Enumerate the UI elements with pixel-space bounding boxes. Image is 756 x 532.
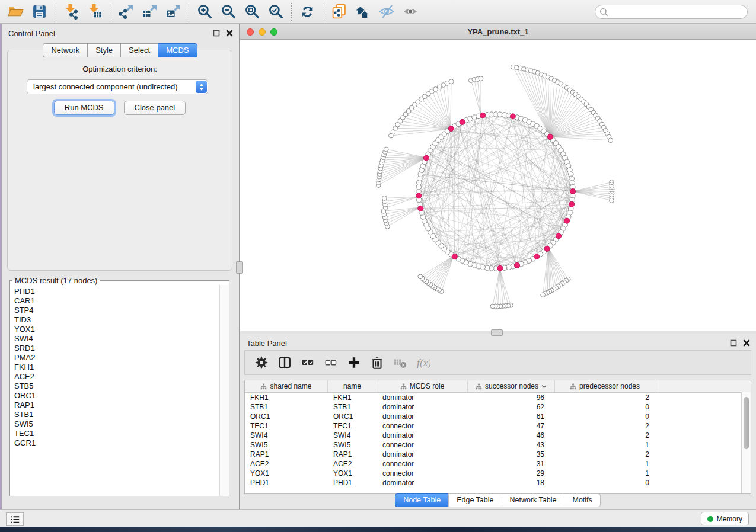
import-network-button[interactable] [59, 2, 82, 22]
copy-networks-icon [331, 4, 347, 20]
zoom-in-button[interactable] [193, 2, 216, 22]
table-row[interactable]: SWI5SWI5connector431 [245, 440, 751, 450]
zoom-selected-button[interactable] [264, 2, 288, 22]
mcds-result-item[interactable]: PHD1 [14, 287, 220, 296]
zoom-out-button[interactable] [216, 2, 240, 22]
table-row[interactable]: YOX1YOX1connector291 [245, 469, 751, 478]
tab-motifs[interactable]: Motifs [564, 493, 600, 507]
export-table-button[interactable] [138, 2, 161, 22]
close-panel-icon[interactable] [226, 30, 233, 37]
tab-node-table[interactable]: Node Table [395, 493, 449, 507]
memory-button[interactable]: Memory [701, 512, 749, 525]
cell-MCDS-role: connector [377, 441, 468, 449]
table-row[interactable]: ORC1ORC1dominator610 [245, 412, 751, 421]
column-header-MCDS-role[interactable]: MCDS role [377, 380, 468, 392]
table-scrollbar[interactable] [741, 392, 751, 493]
delete-table-button [393, 355, 407, 370]
copy-networks-button[interactable] [327, 2, 350, 22]
table-row[interactable]: TEC1TEC1connector472 [245, 421, 751, 431]
run-mcds-button[interactable]: Run MCDS [54, 101, 114, 115]
mcds-result-item[interactable]: CAR1 [14, 296, 220, 306]
column-header-shared-name[interactable]: shared name [245, 380, 328, 392]
close-panel-button[interactable]: Close panel [124, 101, 186, 115]
mcds-result-item[interactable]: STB5 [14, 382, 220, 391]
vertical-splitter-handle[interactable] [236, 261, 243, 274]
refresh-button[interactable] [295, 2, 319, 22]
open-file-button[interactable] [4, 2, 27, 22]
column-header-successor-nodes[interactable]: successor nodes [468, 380, 555, 392]
save-session-button[interactable] [27, 2, 51, 22]
mcds-result-list[interactable]: PHD1CAR1STP4TID3YOX1SWI4SRD1PMA2FKH1ACE2… [10, 285, 220, 496]
show-columns-icon [277, 355, 292, 370]
table-body: FKH1FKH1dominator962STB1STB1dominator620… [245, 393, 751, 488]
mcds-result-item[interactable]: TEC1 [14, 429, 220, 438]
mcds-result-item[interactable]: ACE2 [14, 372, 220, 382]
table-row[interactable]: STB1STB1dominator620 [245, 402, 751, 412]
table-row[interactable]: ACE2ACE2connector311 [245, 459, 751, 469]
tab-network-table[interactable]: Network Table [502, 493, 565, 507]
cell-name: TEC1 [328, 422, 377, 430]
import-network-icon [63, 4, 79, 20]
tab-mcds[interactable]: MCDS [158, 43, 197, 57]
tab-select[interactable]: Select [120, 43, 158, 57]
mcds-result-item[interactable]: STP4 [14, 306, 220, 315]
settings-gear-button[interactable] [254, 355, 269, 370]
delete-column-button[interactable] [370, 355, 384, 370]
deselect-all-button[interactable] [324, 355, 338, 370]
hide-selected-button[interactable] [374, 2, 398, 22]
mcds-result-item[interactable]: GCR1 [14, 438, 220, 448]
network-window-titlebar: YPA_prune.txt_1 [240, 24, 756, 40]
first-neighbors-button[interactable] [350, 2, 374, 22]
mcds-result-item[interactable]: TID3 [14, 315, 220, 325]
tab-style[interactable]: Style [87, 43, 121, 57]
cell-shared-name: FKH1 [245, 393, 328, 402]
mcds-result-item[interactable]: SWI5 [14, 419, 220, 429]
import-table-button[interactable] [82, 2, 106, 22]
zoom-selected-icon [268, 4, 284, 20]
table-toolbar: f(x) [244, 350, 751, 375]
mcds-result-box: MCDS result (17 nodes) PHD1CAR1STP4TID3Y… [9, 276, 229, 496]
show-all-button[interactable] [398, 2, 422, 22]
export-image-button[interactable] [161, 2, 185, 22]
node-table: shared namename MCDS role successor node… [244, 380, 751, 494]
cell-shared-name: ORC1 [245, 412, 328, 421]
mcds-result-item[interactable]: FKH1 [14, 363, 220, 372]
mcds-result-item[interactable]: RAP1 [14, 400, 220, 410]
cell-name: PHD1 [328, 479, 377, 487]
cell-successor-nodes: 18 [468, 479, 555, 487]
tab-network[interactable]: Network [43, 43, 88, 57]
desktop-wallpaper [0, 527, 756, 532]
float-panel-icon[interactable] [730, 339, 737, 347]
column-header-predecessor-nodes[interactable]: predecessor nodes [555, 380, 655, 392]
memory-label: Memory [717, 515, 742, 523]
mcds-result-item[interactable]: YOX1 [14, 325, 220, 334]
table-row[interactable]: RAP1RAP1dominator352 [245, 450, 751, 459]
float-panel-icon[interactable] [213, 30, 220, 37]
show-columns-button[interactable] [277, 355, 292, 370]
mcds-result-item[interactable]: ORC1 [14, 391, 220, 400]
cell-shared-name: RAP1 [245, 450, 328, 459]
optimization-select[interactable]: largest connected component (undirected) [27, 79, 208, 94]
result-scrollbar[interactable] [219, 285, 229, 496]
task-history-button[interactable] [6, 512, 24, 526]
add-column-button[interactable] [347, 355, 361, 370]
mcds-result-item[interactable]: PMA2 [14, 353, 220, 363]
column-header-name[interactable]: name [328, 380, 377, 392]
settings-gear-icon [254, 355, 269, 370]
table-row[interactable]: PHD1PHD1dominator180 [245, 478, 751, 488]
table-scrollbar-thumb[interactable] [744, 397, 749, 449]
horizontal-splitter-handle[interactable] [491, 329, 503, 336]
mcds-result-item[interactable]: STB1 [14, 410, 220, 419]
search-input[interactable] [595, 5, 748, 19]
close-panel-icon[interactable] [743, 339, 750, 347]
mcds-result-item[interactable]: SWI4 [14, 334, 220, 344]
mcds-result-item[interactable]: SRD1 [14, 344, 220, 353]
toolbar-separator [110, 3, 110, 21]
tab-edge-table[interactable]: Edge Table [448, 493, 502, 507]
zoom-fit-button[interactable] [240, 2, 264, 22]
export-network-button[interactable] [114, 2, 138, 22]
table-row[interactable]: SWI4SWI4dominator462 [245, 431, 751, 440]
table-row[interactable]: FKH1FKH1dominator962 [245, 393, 751, 402]
network-view[interactable] [240, 40, 756, 331]
select-all-button[interactable] [301, 355, 315, 370]
